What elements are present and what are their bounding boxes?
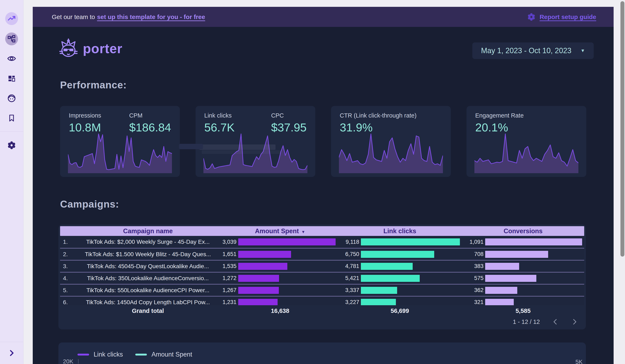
metric-card-4[interactable]: Engagement Rate20.1%	[467, 106, 586, 177]
page-scrollbar[interactable]	[620, 0, 625, 364]
clicks-cell: 3,227	[338, 297, 462, 305]
column-header-campaign-name[interactable]: Campaign name	[73, 227, 222, 235]
clicks-cell: 5,421	[338, 273, 462, 284]
clicks-cell: 9,118	[338, 236, 462, 248]
clicks-bar	[361, 238, 460, 245]
chevron-left-icon	[552, 318, 559, 325]
sidebar-item-workflows[interactable]	[5, 32, 18, 45]
metric-card-3[interactable]: CTR (Link click-through rate)31.9%	[331, 106, 451, 177]
conversions-bar-track	[485, 238, 582, 245]
setup-template-link[interactable]: set up this template for you - for free	[97, 13, 205, 20]
sparkline-chart	[339, 132, 443, 173]
table-header-row: Campaign nameAmount Spent▼Link clicksCon…	[60, 226, 584, 236]
metric-label: CTR (Link click-through rate)	[340, 112, 417, 119]
clicks-value: 9,118	[338, 239, 359, 245]
clicks-bar	[361, 263, 413, 270]
sidebar-item-dashboards[interactable]	[5, 72, 18, 85]
amount-bar	[238, 299, 278, 306]
conversions-value: 321	[462, 299, 484, 305]
grand-total-clicks: 56,699	[338, 308, 462, 314]
conversions-bar-track	[485, 275, 582, 282]
grand-total-amount: 16,638	[222, 308, 338, 314]
date-range-value: May 1, 2023 - Oct 10, 2023	[481, 46, 571, 55]
metric-secondary-label: CPM	[129, 112, 171, 119]
table-row[interactable]: 6.TikTok Ads: 1450Ad Copy Length LabCPI …	[60, 296, 584, 305]
campaign-name: TikTok Ads: $2,000 Weekly Surge - 45-Day…	[73, 239, 222, 245]
chevron-right-icon	[571, 318, 578, 325]
conversions-bar	[485, 238, 582, 245]
metric-card-2[interactable]: Link clicks56.7KCPC$37.95	[195, 106, 315, 177]
column-header-conversions[interactable]: Conversions	[462, 227, 584, 235]
conversions-cell: 575	[462, 273, 584, 284]
report-canvas: Get our team toset up this template for …	[33, 7, 614, 364]
sidebar-item-visibility[interactable]	[5, 52, 18, 65]
sidebar-item-analytics[interactable]	[5, 12, 18, 25]
metric-primary: Link clicks56.7K	[204, 112, 235, 134]
column-header-amount-spent[interactable]: Amount Spent▼	[222, 227, 338, 235]
hover-highlight-2	[202, 150, 281, 154]
chevron-down-icon: ▼	[580, 48, 585, 53]
metric-label: Link clicks	[204, 112, 235, 119]
clicks-bar-track	[361, 299, 460, 306]
clicks-cell: 3,337	[338, 284, 462, 296]
sidebar-expand-button[interactable]	[5, 347, 18, 360]
metric-label: Engagement Rate	[475, 112, 524, 119]
table-row[interactable]: 2.TikTok Ads: $1.500 Weekly Blitz - 45-D…	[60, 248, 584, 260]
legend-item-link-clicks[interactable]: Link clicks	[77, 351, 123, 358]
table-row[interactable]: 3.TikTok Ads: 45045-Day QuestLookalike A…	[60, 260, 584, 272]
column-header-link-clicks[interactable]: Link clicks	[338, 227, 462, 235]
table-row[interactable]: 4.TikTok Ads: 350Lookalike AudienceConve…	[60, 272, 584, 284]
clicks-value: 3,227	[338, 299, 359, 305]
metric-secondary-label: CPC	[271, 112, 307, 119]
trending-up-icon	[7, 14, 16, 23]
legend-item-amount-spent[interactable]: Amount Spent	[135, 351, 192, 358]
conversions-bar	[485, 299, 514, 306]
sort-desc-icon: ▼	[301, 230, 305, 234]
previous-page-button[interactable]	[552, 318, 559, 325]
bookmark-icon	[7, 114, 16, 122]
trend-chart-card: Link clicksAmount Spent 20K 5K	[59, 342, 586, 364]
row-rank: 5.	[60, 287, 73, 294]
amount-cell: 1,272	[222, 273, 338, 284]
scrollbar-thumb[interactable]	[621, 1, 624, 257]
conversions-bar	[485, 263, 519, 270]
clicks-bar	[361, 251, 434, 258]
legend-swatch	[77, 354, 89, 356]
conversions-cell: 1,091	[462, 236, 584, 248]
amount-bar-track	[238, 299, 336, 306]
brand-name: porter	[83, 41, 123, 56]
promo-text: Get our team toset up this template for …	[52, 13, 205, 21]
next-page-button[interactable]	[571, 318, 578, 325]
clicks-cell: 4,781	[338, 260, 462, 272]
conversions-value: 708	[462, 251, 484, 257]
conversions-bar	[485, 275, 536, 282]
sidebar-item-saved[interactable]	[5, 112, 18, 125]
table-body: 1.TikTok Ads: $2,000 Weekly Surge - 45-D…	[60, 236, 584, 305]
metric-card-1[interactable]: Impressions10.8MCPM$186.84	[60, 106, 180, 177]
conversions-value: 575	[462, 275, 484, 281]
table-row[interactable]: 5.TikTok Ads: 550Lookalike AudienceCPI P…	[60, 284, 584, 296]
setup-gear-icon	[527, 12, 536, 22]
campaign-name: TikTok Ads: $1.500 Weekly Blitz - 45-Day…	[73, 251, 222, 258]
row-rank: 2.	[60, 251, 73, 258]
sidebar-item-settings[interactable]	[5, 139, 18, 152]
row-rank: 4.	[60, 275, 73, 282]
sidebar-divider	[0, 131, 23, 132]
grand-total-label: Grand total	[73, 308, 222, 314]
gear-icon	[7, 140, 16, 150]
metric-secondary: CPC$37.95	[271, 112, 307, 134]
metric-primary: CTR (Link click-through rate)31.9%	[340, 112, 417, 134]
pagination: 1 - 12 / 12	[60, 316, 584, 328]
report-setup-guide-link[interactable]: Report setup guide	[540, 13, 596, 21]
face-icon	[7, 94, 16, 103]
amount-bar	[238, 263, 287, 270]
date-range-selector[interactable]: May 1, 2023 - Oct 10, 2023 ▼	[472, 42, 594, 59]
dashboard-icon	[7, 75, 16, 83]
clicks-bar-track	[361, 275, 460, 282]
metric-primary: Impressions10.8M	[69, 112, 101, 134]
clicks-bar-track	[361, 238, 460, 245]
hover-highlight	[199, 144, 276, 150]
table-row[interactable]: 1.TikTok Ads: $2,000 Weekly Surge - 45-D…	[60, 236, 584, 248]
conversions-cell: 321	[462, 297, 584, 305]
sidebar-item-audience[interactable]	[5, 92, 18, 105]
